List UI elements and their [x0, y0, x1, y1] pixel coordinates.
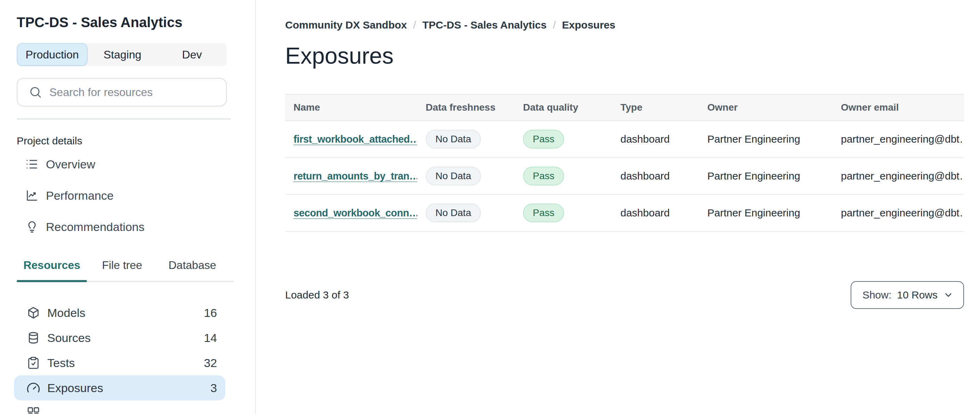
- sidebar-item-tests[interactable]: Tests 32: [14, 350, 225, 376]
- search-box: [17, 78, 227, 107]
- column-header-owner-email: Owner email: [832, 102, 964, 113]
- table-footer: Loaded 3 of 3 Show: 10 Rows: [285, 281, 964, 309]
- project-title: TPC-DS - Sales Analytics: [17, 13, 255, 32]
- table-row: first_workbook_attached… No Data Pass da…: [285, 121, 964, 158]
- sidebar-divider: [17, 118, 231, 120]
- chevron-down-icon: [943, 290, 954, 300]
- resource-count: 14: [204, 331, 217, 345]
- sidebar-nav: Overview Performance Recommendations: [17, 152, 255, 239]
- owner-email-cell: partner_engineering@dbt…: [832, 133, 964, 145]
- resource-count: 32: [204, 356, 217, 370]
- type-cell: dashboard: [612, 133, 699, 145]
- column-header-name: Name: [285, 102, 417, 113]
- search-input[interactable]: [49, 86, 218, 99]
- app-root: TPC-DS - Sales Analytics Production Stag…: [0, 0, 980, 414]
- breadcrumb-separator: /: [553, 19, 556, 31]
- lightbulb-icon: [25, 220, 39, 234]
- breadcrumb-item-project[interactable]: TPC-DS - Sales Analytics: [422, 19, 546, 31]
- column-header-freshness: Data freshness: [417, 102, 515, 113]
- sidebar-item-label: Performance: [46, 189, 114, 202]
- table-header-row: Name Data freshness Data quality Type Ow…: [285, 94, 964, 121]
- quality-badge: Pass: [523, 204, 564, 222]
- freshness-badge: No Data: [426, 167, 481, 185]
- tab-file-tree[interactable]: File tree: [87, 259, 157, 282]
- sidebar-item-models[interactable]: Models 16: [14, 300, 225, 325]
- sidebar: TPC-DS - Sales Analytics Production Stag…: [0, 0, 256, 414]
- resource-list: Models 16 Sources 14 Tests: [14, 300, 225, 414]
- page-title: Exposures: [285, 40, 964, 71]
- tab-resources[interactable]: Resources: [17, 259, 87, 282]
- sidebar-item-label: Overview: [46, 158, 95, 171]
- env-tab-production[interactable]: Production: [17, 43, 88, 66]
- quality-badge: Pass: [523, 130, 564, 148]
- column-header-quality: Data quality: [515, 102, 612, 113]
- sidebar-item-overview[interactable]: Overview: [17, 152, 255, 177]
- breadcrumb: Community DX Sandbox / TPC-DS - Sales An…: [285, 18, 964, 32]
- main-content: Community DX Sandbox / TPC-DS - Sales An…: [256, 0, 980, 414]
- owner-email-cell: partner_engineering@dbt…: [832, 170, 964, 182]
- breadcrumb-item-account[interactable]: Community DX Sandbox: [285, 19, 407, 31]
- owner-cell: Partner Engineering: [699, 207, 832, 219]
- resource-count: 16: [204, 306, 217, 320]
- grid-icon: [26, 406, 40, 414]
- table-row: return_amounts_by_tran… No Data Pass das…: [285, 158, 964, 195]
- freshness-badge: No Data: [426, 130, 481, 148]
- list-icon: [25, 157, 39, 171]
- column-header-type: Type: [612, 102, 699, 113]
- quality-badge: Pass: [523, 167, 564, 185]
- exposures-table: Name Data freshness Data quality Type Ow…: [285, 94, 964, 232]
- owner-cell: Partner Engineering: [699, 170, 832, 182]
- sidebar-item-label: Recommendations: [46, 220, 144, 234]
- gauge-icon: [26, 381, 40, 395]
- project-details-label: Project details: [17, 135, 255, 147]
- owner-cell: Partner Engineering: [699, 133, 832, 145]
- sidebar-item-sources[interactable]: Sources 14: [14, 325, 225, 350]
- resource-label: Sources: [47, 331, 91, 345]
- clipboard-check-icon: [26, 356, 40, 370]
- env-tab-dev[interactable]: Dev: [157, 43, 227, 66]
- type-cell: dashboard: [612, 207, 699, 219]
- owner-email-cell: partner_engineering@dbt…: [832, 207, 964, 219]
- breadcrumb-item-current: Exposures: [562, 19, 615, 31]
- breadcrumb-separator: /: [413, 19, 416, 31]
- box-icon: [26, 306, 40, 320]
- loaded-status: Loaded 3 of 3: [285, 289, 349, 301]
- exposure-name-link[interactable]: first_workbook_attached…: [294, 134, 417, 145]
- resource-count: 3: [210, 381, 217, 395]
- resource-label: Tests: [47, 356, 75, 370]
- exposure-name-link[interactable]: second_workbook_conn…: [294, 207, 417, 218]
- show-value: 10 Rows: [897, 289, 937, 301]
- resource-label: Exposures: [47, 381, 103, 395]
- tab-database[interactable]: Database: [157, 259, 228, 282]
- environment-tabs: Production Staging Dev: [17, 43, 227, 66]
- database-icon: [26, 331, 40, 345]
- search-icon: [29, 85, 43, 99]
- sidebar-item-recommendations[interactable]: Recommendations: [17, 214, 255, 239]
- table-row: second_workbook_conn… No Data Pass dashb…: [285, 195, 964, 232]
- column-header-owner: Owner: [699, 102, 832, 113]
- active-tab-underline: [17, 280, 87, 282]
- exposure-name-link[interactable]: return_amounts_by_tran…: [294, 170, 417, 182]
- sidebar-item-exposures[interactable]: Exposures 3: [14, 376, 225, 400]
- freshness-badge: No Data: [426, 204, 481, 222]
- sidebar-item-performance[interactable]: Performance: [17, 183, 255, 208]
- show-label: Show:: [862, 289, 891, 301]
- type-cell: dashboard: [612, 170, 699, 182]
- resource-label: Models: [47, 306, 86, 320]
- line-chart-icon: [25, 189, 39, 202]
- sidebar-item-partial[interactable]: [14, 400, 225, 414]
- rows-per-page-select[interactable]: Show: 10 Rows: [851, 281, 964, 309]
- env-tab-staging[interactable]: Staging: [88, 43, 157, 66]
- sidebar-view-tabs: Resources File tree Database: [17, 259, 234, 282]
